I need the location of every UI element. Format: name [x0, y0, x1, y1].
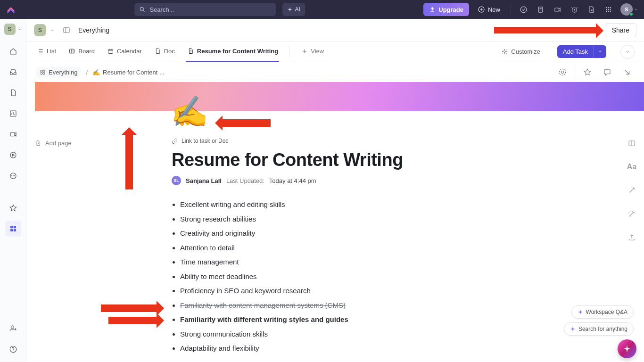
breadcrumb-doc[interactable]: ✍️ Resume for Content ...	[92, 69, 165, 76]
topbar: Search... AI Upgrade New S	[0, 0, 644, 19]
list-item[interactable]: Strong research abilities	[180, 214, 539, 225]
last-updated-value: Today at 4:44 pm	[269, 177, 316, 184]
home-icon[interactable]	[5, 43, 21, 59]
workspace-chip[interactable]: S	[34, 24, 55, 36]
doc-icon[interactable]	[585, 3, 598, 16]
list-item[interactable]: Creativity and originality	[180, 228, 539, 239]
export-icon[interactable]	[626, 232, 637, 243]
alarm-icon[interactable]	[568, 3, 581, 16]
share-button[interactable]: Share	[605, 23, 636, 37]
view-tabs: List Board Calendar Doc Resume for Conte…	[26, 41, 644, 62]
svg-rect-34	[41, 70, 42, 72]
app-logo[interactable]	[6, 4, 16, 15]
add-page-button[interactable]: Add page	[35, 140, 125, 147]
add-view-button[interactable]: View	[300, 41, 325, 62]
list-item[interactable]: Familiarity with different writing style…	[180, 314, 539, 325]
breadcrumb: Everything / ✍️ Resume for Content ...	[26, 62, 644, 82]
search-anything-chip[interactable]: Search for anything	[564, 322, 634, 336]
breadcrumb-root[interactable]: Everything	[36, 67, 81, 78]
customize-button[interactable]: Customize	[501, 48, 540, 55]
calendar-icon	[107, 48, 114, 55]
svg-point-43	[631, 211, 632, 212]
list-item[interactable]: Proficiency in SEO and keyword research	[180, 286, 539, 296]
magic-wand-icon[interactable]	[626, 208, 637, 220]
open-external-icon[interactable]	[619, 65, 635, 80]
tab-doc[interactable]: Doc	[153, 41, 176, 62]
tab-list[interactable]: List	[36, 41, 57, 62]
check-circle-icon[interactable]	[517, 3, 530, 16]
svg-point-12	[610, 9, 611, 10]
tab-resume-doc[interactable]: Resume for Content Writing	[186, 41, 279, 62]
list-item[interactable]: Attention to detail	[180, 243, 539, 254]
svg-point-20	[11, 175, 12, 176]
avatar: S	[620, 3, 633, 16]
list-item[interactable]: Strong communication skills	[180, 329, 539, 340]
add-page-icon	[35, 140, 41, 147]
upgrade-button[interactable]: Upgrade	[423, 3, 469, 16]
author-avatar[interactable]: SL	[172, 176, 181, 185]
more-options[interactable]	[620, 45, 635, 59]
sidebar-toggle-icon[interactable]	[61, 25, 72, 35]
svg-rect-36	[41, 73, 42, 74]
notepad-icon[interactable]	[534, 3, 547, 16]
svg-point-9	[610, 7, 611, 8]
timesheets-icon[interactable]	[5, 147, 21, 163]
sparkle-icon	[623, 345, 631, 353]
bullet-list[interactable]: Excellent writing and editing skills Str…	[172, 199, 539, 354]
favorite-star-icon[interactable]	[580, 65, 595, 80]
video-icon[interactable]	[551, 3, 564, 16]
last-updated-label: Last Updated:	[226, 177, 264, 184]
byline: SL Sanjana Lall Last Updated: Today at 4…	[172, 176, 539, 185]
svg-point-18	[10, 152, 16, 158]
svg-point-15	[610, 11, 611, 12]
focus-mode-icon[interactable]	[555, 65, 570, 80]
tab-calendar[interactable]: Calendar	[106, 41, 143, 62]
location-title[interactable]: Everything	[78, 26, 109, 34]
typography-icon[interactable]: Aa	[626, 161, 637, 173]
workspace-qa-chip[interactable]: Workspace Q&A	[571, 305, 634, 319]
list-item[interactable]: Excellent writing and editing skills	[180, 199, 539, 210]
apps-grid-icon[interactable]	[602, 3, 615, 16]
docs-icon[interactable]	[5, 85, 21, 101]
list-item[interactable]: Time management	[180, 257, 539, 268]
author-name[interactable]: Sanjana Lall	[186, 177, 222, 184]
doc-tools-rail: Aa	[626, 138, 637, 243]
help-icon[interactable]	[5, 341, 21, 357]
ai-wand-icon[interactable]	[626, 185, 637, 196]
list-item[interactable]: Adaptability and flexibility	[180, 343, 539, 354]
page-emoji[interactable]: ✍️	[171, 94, 208, 130]
chevron-down-icon	[625, 49, 630, 55]
search-placeholder: Search...	[149, 6, 271, 13]
page-title[interactable]: Resume for Content Writing	[172, 150, 539, 170]
inbox-icon[interactable]	[5, 64, 21, 80]
comments-icon[interactable]	[600, 65, 615, 80]
tab-board[interactable]: Board	[67, 41, 96, 62]
link-to-task[interactable]: Link to task or Doc	[172, 138, 539, 144]
layout-icon[interactable]	[626, 138, 637, 149]
list-item[interactable]: Ability to meet deadlines	[180, 272, 539, 282]
svg-point-39	[561, 71, 564, 74]
invite-icon[interactable]	[5, 321, 21, 337]
ai-fab[interactable]	[618, 339, 636, 358]
svg-rect-25	[10, 229, 13, 231]
list-icon	[37, 48, 44, 55]
cover-image[interactable]	[35, 82, 644, 111]
presence-dot	[629, 12, 633, 16]
clips-icon[interactable]	[5, 126, 21, 142]
svg-point-14	[608, 11, 609, 12]
favorites-icon[interactable]	[5, 200, 21, 216]
workspace-switcher[interactable]: S	[4, 24, 22, 35]
dashboards-icon[interactable]	[5, 106, 21, 122]
global-search[interactable]: Search...	[134, 3, 276, 16]
more-icon[interactable]	[5, 168, 21, 184]
add-task-dropdown[interactable]	[594, 45, 606, 58]
add-task-button[interactable]: Add Task	[557, 45, 594, 58]
list-item[interactable]: Familiarity with content management syst…	[180, 300, 539, 311]
plus-icon	[301, 48, 308, 55]
new-button[interactable]: New	[473, 3, 505, 16]
svg-rect-31	[70, 49, 74, 53]
ai-button[interactable]: AI	[282, 3, 305, 16]
svg-rect-24	[13, 226, 16, 228]
user-menu[interactable]: S	[619, 3, 638, 16]
spaces-icon[interactable]	[5, 221, 21, 237]
